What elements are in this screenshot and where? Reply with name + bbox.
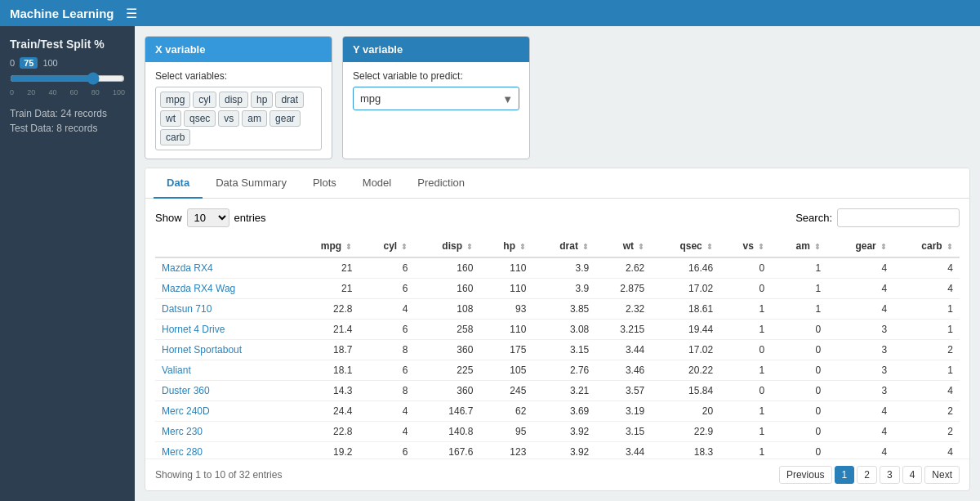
table-cell: 160 [414, 279, 479, 299]
table-row: Merc 240D24.44146.7623.693.19201042 [155, 401, 960, 422]
col-header-name[interactable] [155, 235, 293, 257]
split-slider[interactable] [10, 72, 125, 85]
x-select-label: Select variables: [155, 70, 322, 82]
table-cell: 2.62 [595, 257, 651, 279]
prev-page-btn[interactable]: Previous [779, 466, 832, 484]
train-data-info: Train Data: 24 records [10, 108, 125, 119]
table-cell: 3.215 [595, 320, 651, 340]
sort-icon: ⇕ [758, 243, 764, 251]
col-header-wt[interactable]: wt ⇕ [595, 235, 651, 257]
table-cell: 1 [719, 299, 771, 320]
table-cell: 19.2 [293, 442, 359, 459]
variable-tag[interactable]: mpg [160, 92, 190, 108]
tab-prediction[interactable]: Prediction [404, 168, 478, 199]
table-cell: 258 [414, 320, 479, 340]
col-header-am[interactable]: am ⇕ [771, 235, 827, 257]
sort-icon: ⇕ [519, 243, 526, 251]
x-variable-panel: X variable Select variables: mpgcyldisph… [145, 36, 332, 159]
variable-tag[interactable]: wt [160, 110, 181, 127]
col-header-mpg[interactable]: mpg ⇕ [293, 235, 359, 257]
variable-tag[interactable]: vs [218, 110, 239, 127]
table-cell: 1 [771, 279, 827, 299]
table-cell: 3.9 [532, 279, 595, 299]
col-header-vs[interactable]: vs ⇕ [719, 235, 771, 257]
sidebar: Train/Test Split % 0 75 100 0 20 40 60 8… [0, 26, 135, 501]
col-header-disp[interactable]: disp ⇕ [414, 235, 479, 257]
tab-model[interactable]: Model [350, 168, 404, 199]
page-btn-1[interactable]: 1 [835, 466, 855, 484]
show-label: Show [155, 212, 182, 224]
table-cell: 3.21 [532, 381, 595, 401]
entries-select[interactable]: 5102550100 [187, 208, 229, 227]
tab-data[interactable]: Data [154, 168, 203, 199]
table-cell: 4 [893, 257, 960, 279]
col-header-carb[interactable]: carb ⇕ [893, 235, 960, 257]
table-cell: 2 [893, 401, 960, 422]
app-header: Machine Learning ☰ [0, 0, 980, 26]
table-cell: 3 [827, 340, 893, 360]
table-cell: 0 [719, 381, 771, 401]
search-input[interactable] [837, 208, 960, 227]
tab-plots[interactable]: Plots [300, 168, 350, 199]
col-header-hp[interactable]: hp ⇕ [479, 235, 532, 257]
tab-data-summary[interactable]: Data Summary [203, 168, 300, 199]
next-page-btn[interactable]: Next [924, 466, 960, 484]
table-cell: 140.8 [414, 422, 479, 442]
search-label: Search: [795, 212, 832, 224]
x-panel-body: Select variables: mpgcyldisphpdratwtqsec… [145, 62, 332, 159]
table-cell: 4 [827, 401, 893, 422]
menu-icon[interactable]: ☰ [126, 6, 137, 21]
table-area: Show 5102550100 entries Search: [145, 199, 969, 459]
table-cell: Hornet 4 Drive [155, 320, 293, 340]
slider-row: 0 75 100 [10, 57, 125, 69]
table-cell: 19.44 [651, 320, 719, 340]
table-cell: Duster 360 [155, 381, 293, 401]
table-cell: 22.8 [293, 299, 359, 320]
table-cell: 0 [771, 360, 827, 381]
variable-tag[interactable]: carb [160, 129, 190, 145]
variable-tag[interactable]: gear [270, 110, 301, 127]
variable-tag[interactable]: cyl [193, 92, 216, 108]
table-cell: 0 [771, 340, 827, 360]
table-cell: 110 [479, 257, 532, 279]
table-cell: 4 [827, 442, 893, 459]
col-header-qsec[interactable]: qsec ⇕ [651, 235, 719, 257]
table-cell: 4 [827, 299, 893, 320]
sort-icon: ⇕ [638, 243, 644, 251]
x-variable-tags[interactable]: mpgcyldisphpdratwtqsecvsamgearcarb [155, 87, 322, 150]
y-variable-select[interactable]: mpgcyldisphpdratwtqsecvsamgearcarb [353, 87, 519, 110]
table-cell: 3 [827, 320, 893, 340]
table-cell: 24.4 [293, 401, 359, 422]
table-cell: 3.92 [532, 442, 595, 459]
table-cell: 175 [479, 340, 532, 360]
table-cell: 3 [827, 360, 893, 381]
table-cell: Merc 240D [155, 401, 293, 422]
table-cell: 1 [719, 442, 771, 459]
table-cell: Mazda RX4 Wag [155, 279, 293, 299]
table-cell: 2.76 [532, 360, 595, 381]
page-btn-2[interactable]: 2 [857, 466, 877, 484]
table-cell: 4 [893, 381, 960, 401]
variable-tag[interactable]: disp [219, 92, 248, 108]
table-cell: 21.4 [293, 320, 359, 340]
table-cell: 1 [771, 257, 827, 279]
table-cell: 1 [719, 360, 771, 381]
variable-tag[interactable]: am [242, 110, 267, 127]
variable-tag[interactable]: qsec [184, 110, 216, 127]
table-cell: 1 [771, 299, 827, 320]
table-cell: 6 [359, 257, 414, 279]
variable-tag[interactable]: drat [275, 92, 304, 108]
col-header-cyl[interactable]: cyl ⇕ [359, 235, 414, 257]
variable-tag[interactable]: hp [251, 92, 273, 108]
table-cell: 3.92 [532, 422, 595, 442]
content-area: X variable Select variables: mpgcyldisph… [135, 26, 980, 501]
table-cell: 3.15 [532, 340, 595, 360]
page-btn-4[interactable]: 4 [902, 466, 923, 484]
col-header-drat[interactable]: drat ⇕ [532, 235, 595, 257]
page-btn-3[interactable]: 3 [880, 466, 900, 484]
table-cell: 3.19 [595, 401, 651, 422]
table-cell: 3.57 [595, 381, 651, 401]
table-cell: 0 [719, 340, 771, 360]
col-header-gear[interactable]: gear ⇕ [827, 235, 893, 257]
table-cell: 14.3 [293, 381, 359, 401]
